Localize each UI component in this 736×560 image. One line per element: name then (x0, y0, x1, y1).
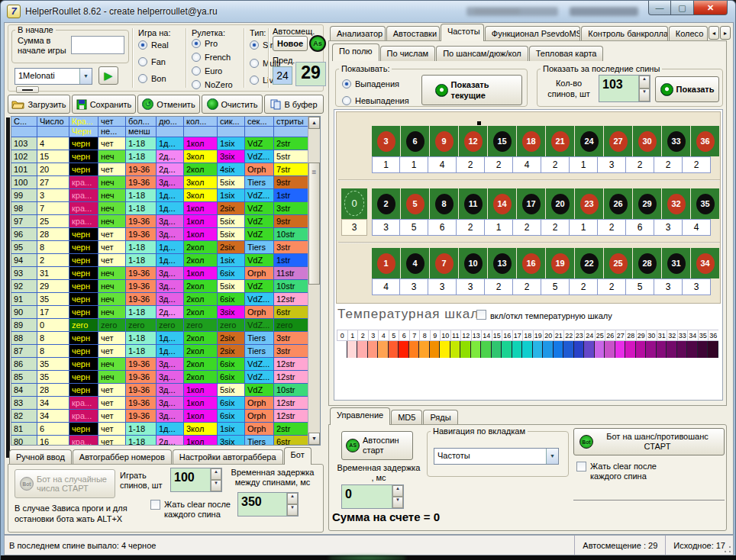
table-row[interactable]: 10120чернчет19-362д...2кол4sixOrph7str (11, 163, 309, 176)
radio-real[interactable]: Real (138, 40, 169, 50)
table-row[interactable]: 9331черннеч19-363д...1кол6sixOrph11str (11, 267, 309, 280)
show-current-button[interactable]: Показать текущие (421, 75, 522, 105)
column-header[interactable]: чет (98, 117, 126, 127)
start-button[interactable]: ▶ (98, 66, 118, 85)
column-header[interactable]: стриты (274, 117, 309, 127)
table-row[interactable]: 8334кра...чет19-363д...1кол6sixOrph12str (11, 397, 309, 410)
close-button[interactable]: ✕ (694, 1, 728, 15)
load-button[interactable]: Загрузить (8, 95, 70, 114)
spins-count-stepper[interactable]: 100 ▲▼ (170, 468, 222, 492)
radio-hits[interactable]: Выпадения (342, 79, 399, 89)
table-row[interactable]: 942чернчет1-181д...2кол1sixVdZ1str (11, 254, 309, 267)
tab-main-1[interactable]: Автоставки (386, 26, 440, 41)
stepper-up-icon[interactable]: ▲ (287, 493, 298, 504)
table-row[interactable]: 8535черннеч19-363д...2кол6sixVdZ...12str (11, 371, 309, 384)
stepper-down-icon[interactable]: ▼ (392, 497, 403, 508)
table-row[interactable]: 10027кра...неч19-363д...3кол5sixTiers9st… (11, 176, 309, 189)
stepper-down-icon[interactable]: ▼ (211, 480, 221, 491)
radio-misses[interactable]: Невыпадения (342, 96, 409, 105)
copy-to-buffer-button[interactable]: В буфер (264, 95, 324, 114)
tab-navigation-select[interactable]: Частоты ▼ (434, 448, 559, 465)
column-header[interactable]: сек... (245, 117, 274, 127)
collapse-button[interactable] (16, 86, 39, 93)
column-header[interactable]: дю... (157, 117, 184, 127)
tab-freq-2[interactable]: По шансам/дюж/кол (436, 46, 528, 61)
scrollbar-thumb[interactable] (308, 163, 320, 285)
column-header[interactable]: менш (126, 127, 157, 137)
table-row[interactable]: 9628чернчет19-363д...1кол5sixVdZ10str (11, 228, 309, 241)
column-header[interactable]: Кра... (69, 117, 98, 127)
resize-grip-icon[interactable] (724, 546, 731, 553)
column-header[interactable]: бол... (126, 117, 157, 127)
table-row[interactable]: 987кра...неч1-181д...1кол2sixVdZ3str (11, 202, 309, 215)
tab-left-2[interactable]: Настройки автограббера (173, 449, 283, 465)
table-row[interactable]: 8234кра...чет19-363д...1кол6sixOrph12str (11, 410, 309, 423)
scroll-down-icon[interactable]: ▼ (308, 433, 320, 445)
tab-main-2[interactable]: Частоты (441, 24, 484, 41)
table-row[interactable]: 1034чернчет1-181д...1кол1sixVdZ2str (11, 137, 309, 150)
undo-button[interactable]: ↺ Отменить (137, 95, 200, 114)
stepper-down-icon[interactable]: ▼ (639, 89, 650, 101)
random-bot-start-button[interactable]: Bot Бот на случайные числа СТАРТ (15, 469, 115, 498)
chance-bot-start-button[interactable]: Bot Бот на шанс/противошанс СТАРТ (573, 428, 725, 455)
table-row[interactable]: 9017черннеч1-182д...2кол3sixOrph6str (11, 306, 309, 319)
delay-stepper[interactable]: 350 ▲▼ (237, 492, 299, 517)
control-clear-checkbox[interactable]: Жать clear после каждого спина (576, 462, 682, 481)
tab-left-0[interactable]: Ручной ввод (9, 449, 72, 465)
table-scrollbar[interactable]: ▲ ▼ (308, 117, 320, 445)
radio-euro[interactable]: Euro (192, 66, 222, 76)
tab-main-0[interactable]: Анализатор (330, 26, 386, 41)
table-row[interactable]: 816чернчет1-181д...3кол1sixOrph2str (11, 423, 309, 436)
clear-button[interactable]: Очистить (202, 95, 263, 114)
tab-main-3[interactable]: Функционал PsevdoMS (485, 26, 581, 41)
tab-left-1[interactable]: Автограббер номеров (73, 449, 172, 465)
radio-fan[interactable]: Fan (138, 57, 166, 66)
preset-combobox[interactable]: 1Melonati ▼ (15, 68, 92, 85)
column-header[interactable]: кол... (184, 117, 218, 127)
save-button[interactable]: Сохранить (72, 95, 136, 114)
autospin-start-button[interactable]: AS Автоспин старт (341, 431, 413, 460)
stepper-up-icon[interactable]: ▲ (211, 468, 221, 480)
table-row[interactable]: 890zerozerozerozerozerozeroVdZ...zero (11, 319, 309, 332)
table-row[interactable]: 878чернчет1-181д...2кол2sixTiers3str (11, 345, 309, 358)
column-header[interactable] (245, 127, 274, 137)
table-row[interactable]: 958чернчет1-181д...2кол2sixTiers3str (11, 241, 309, 254)
tab-freq-0[interactable]: По полю (332, 43, 379, 61)
stepper-up-icon[interactable]: ▲ (639, 76, 650, 89)
show-button[interactable]: Показать (655, 76, 719, 102)
tab-main-4[interactable]: Контроль банкролла (581, 26, 667, 41)
column-header[interactable]: не... (98, 127, 126, 137)
column-header[interactable] (11, 127, 37, 137)
maximize-button[interactable]: ▢ (671, 1, 694, 15)
tab-left-3[interactable]: Бот (284, 447, 312, 465)
stepper-down-icon[interactable]: ▼ (287, 504, 298, 516)
spins-window-stepper[interactable]: 103 ▲▼ (599, 75, 650, 102)
control-delay-stepper[interactable]: 0 ▲▼ (341, 484, 404, 509)
column-header[interactable] (218, 127, 245, 137)
column-header[interactable]: сик... (218, 117, 245, 127)
tab-freq-3[interactable]: Тепловая карта (529, 46, 604, 61)
tab-freq-1[interactable]: По числам (380, 46, 436, 61)
radio-french[interactable]: French (192, 53, 231, 62)
stepper-up-icon[interactable]: ▲ (392, 485, 403, 497)
column-header[interactable] (157, 127, 184, 137)
new-autoshift-button[interactable]: Новое (273, 36, 308, 51)
column-header[interactable] (37, 127, 69, 137)
chevron-down-icon[interactable]: ▼ (546, 449, 558, 464)
table-row[interactable]: 10215черннеч1-182д...3кол3sixVdZ...5str (11, 150, 309, 163)
as-icon[interactable]: As (309, 35, 326, 52)
tab-control-1[interactable]: MD5 (391, 410, 422, 425)
table-row[interactable]: 8016кра...чет1-182д...1кол3sixTiers6str (11, 436, 309, 446)
column-header[interactable]: Число (37, 117, 69, 127)
radio-bon[interactable]: Bon (138, 74, 166, 83)
radio-pro[interactable]: Pro (192, 39, 218, 48)
radio-nozero[interactable]: NoZero (192, 80, 233, 89)
temperature-toggle-checkbox[interactable] (476, 310, 486, 320)
clear-after-spin-checkbox[interactable]: Жать clear после каждого спина (150, 500, 248, 520)
table-row[interactable]: 9135черннеч19-363д...2кол6sixVdZ...12str (11, 293, 309, 306)
table-row[interactable]: 993кра...неч1-181д...3кол1sixVdZ...1str (11, 189, 309, 202)
column-header[interactable] (184, 127, 218, 137)
table-row[interactable]: 8428чернчет19-363д...1кол5sixVdZ10str (11, 384, 309, 397)
tab-control-0[interactable]: Управление (330, 407, 390, 425)
chevron-down-icon[interactable]: ▼ (79, 69, 92, 84)
